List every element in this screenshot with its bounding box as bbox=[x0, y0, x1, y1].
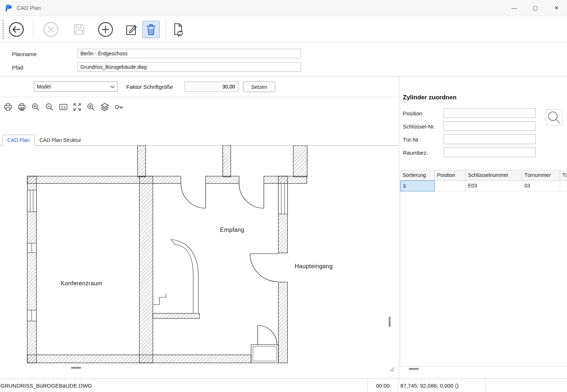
cancel-icon bbox=[43, 21, 59, 37]
cell-tuer-cut[interactable] bbox=[560, 181, 567, 191]
main-toolbar bbox=[0, 16, 567, 43]
window-controls: — ▢ ✕ bbox=[504, 0, 567, 16]
table-row[interactable]: 3 E03 03 bbox=[400, 181, 567, 191]
back-icon bbox=[8, 21, 24, 37]
cancel-button[interactable] bbox=[43, 21, 59, 38]
entrance-vestibule bbox=[251, 345, 278, 363]
statusbar-filename: GRUNDRISS_BüROGEBäUDE.DWG bbox=[0, 379, 368, 392]
faktor-schriftgroesse-label: Faktor Schriftgröße bbox=[126, 84, 173, 90]
panel-horizontal-scrollbar-thumb[interactable] bbox=[409, 368, 419, 370]
position-input[interactable] bbox=[444, 108, 536, 118]
stairs bbox=[153, 294, 166, 305]
zoom-window-icon bbox=[86, 102, 96, 112]
save-button[interactable] bbox=[71, 21, 87, 38]
print-button[interactable] bbox=[3, 102, 13, 112]
schluessel-nr-label: Schlüssel-Nr. bbox=[403, 123, 435, 130]
viewer-controls-row: Model Faktor Schriftgröße Setzen bbox=[0, 77, 399, 97]
statusbar-coordinates: 87,745; 92,086; 0,000 () bbox=[399, 379, 486, 392]
vertical-scrollbar-thumb[interactable] bbox=[389, 317, 390, 327]
one-to-one-label: 1:1 bbox=[61, 105, 66, 109]
horizontal-scrollbar-thumb[interactable] bbox=[71, 367, 81, 369]
faktor-schriftgroesse-input[interactable] bbox=[185, 82, 238, 92]
planname-input[interactable] bbox=[78, 49, 301, 58]
window-title: CAD Plan bbox=[17, 5, 41, 11]
cad-drawing-area[interactable]: Konferenzraum Empfang Haupteingang bbox=[0, 146, 386, 372]
pfad-label: Pfad bbox=[12, 64, 23, 71]
chevron-down-icon bbox=[108, 85, 117, 88]
statusbar-time: 00:00 bbox=[368, 379, 399, 392]
zoom-out-button[interactable] bbox=[44, 102, 54, 112]
statusbar-spacer bbox=[486, 379, 567, 392]
reception-counter bbox=[153, 239, 198, 313]
tuer-nr-input[interactable] bbox=[444, 134, 536, 144]
planname-label: Planname bbox=[12, 51, 37, 57]
tab-cad-plan[interactable]: CAD Plan bbox=[2, 135, 35, 146]
setzen-button[interactable]: Setzen bbox=[243, 82, 275, 92]
toolbar-gripper[interactable] bbox=[3, 20, 4, 39]
column-header-tuernummer[interactable]: Türnummer bbox=[522, 170, 560, 181]
doors bbox=[181, 183, 278, 345]
room-label-konferenzraum: Konferenzraum bbox=[61, 280, 103, 286]
app-logo-icon bbox=[4, 4, 13, 12]
layers-icon bbox=[100, 102, 110, 112]
layout-select[interactable]: Model bbox=[34, 82, 118, 92]
raumbez-input[interactable] bbox=[444, 147, 536, 157]
titlebar: CAD Plan — ▢ ✕ bbox=[0, 0, 567, 16]
column-header-schluesselnummer[interactable]: Schlüsselnummer bbox=[466, 170, 522, 181]
cell-position[interactable] bbox=[435, 181, 466, 191]
zoom-window-button[interactable] bbox=[86, 102, 96, 112]
pfad-input[interactable] bbox=[78, 62, 301, 72]
edit-button[interactable] bbox=[123, 21, 140, 38]
zoom-in-button[interactable] bbox=[31, 102, 40, 112]
one-to-one-button[interactable]: 1:1 bbox=[58, 102, 68, 112]
refresh-plan-button[interactable] bbox=[170, 21, 186, 38]
position-label: Position bbox=[403, 110, 422, 116]
toolbar-separator bbox=[165, 20, 166, 39]
close-button[interactable]: ✕ bbox=[546, 0, 567, 16]
zylinder-panel: Zylinder zuordnen Position Schlüssel-Nr.… bbox=[399, 77, 567, 379]
add-button[interactable] bbox=[97, 21, 114, 38]
viewer-tabs: CAD Plan CAD Plan Struktur bbox=[0, 134, 399, 146]
minimize-button[interactable]: — bbox=[504, 0, 525, 16]
schluessel-nr-input[interactable] bbox=[444, 121, 536, 131]
delete-button[interactable] bbox=[142, 21, 160, 38]
windows bbox=[27, 183, 288, 321]
table-header-row: Sortierung Position Schlüsselnummer Türn… bbox=[400, 170, 567, 181]
viewer-toolbar: 1:1 bbox=[0, 97, 399, 116]
print-preview-button[interactable] bbox=[17, 102, 27, 112]
toolbar-separator bbox=[33, 20, 33, 39]
search-icon bbox=[547, 110, 562, 125]
cell-sortierung[interactable]: 3 bbox=[400, 181, 435, 191]
zoom-in-icon bbox=[31, 102, 40, 112]
zoom-fit-icon bbox=[72, 102, 82, 112]
cell-tuernummer[interactable]: 03 bbox=[522, 181, 560, 191]
delete-icon bbox=[143, 21, 159, 37]
column-header-tuer-cut[interactable]: Tü bbox=[560, 170, 567, 181]
cad-plan-window: CAD Plan — ▢ ✕ bbox=[0, 0, 567, 392]
refresh-plan-icon bbox=[170, 21, 186, 37]
column-header-sortierung[interactable]: Sortierung bbox=[400, 170, 435, 181]
save-icon bbox=[71, 21, 87, 37]
floorplan-svg: Konferenzraum Empfang Haupteingang bbox=[0, 146, 386, 372]
cell-schluesselnummer[interactable]: E03 bbox=[466, 181, 522, 191]
walls bbox=[27, 146, 307, 363]
resize-grip[interactable] bbox=[389, 366, 395, 373]
key-icon bbox=[114, 102, 123, 112]
layers-button[interactable] bbox=[100, 102, 110, 112]
layout-select-value: Model bbox=[37, 84, 51, 90]
tab-cad-plan-struktur[interactable]: CAD Plan Struktur bbox=[35, 135, 86, 145]
one-to-one-icon: 1:1 bbox=[59, 102, 68, 112]
zoom-out-icon bbox=[45, 102, 54, 112]
back-button[interactable] bbox=[8, 21, 25, 38]
statusbar: GRUNDRISS_BüROGEBäUDE.DWG 00:00 87,745; … bbox=[0, 379, 567, 392]
room-label-haupteingang: Haupteingang bbox=[295, 263, 333, 269]
search-button[interactable] bbox=[546, 109, 562, 126]
panel-title: Zylinder zuordnen bbox=[403, 94, 456, 101]
zoom-fit-button[interactable] bbox=[72, 102, 82, 112]
maximize-button[interactable]: ▢ bbox=[525, 0, 546, 16]
print-preview-icon bbox=[17, 102, 27, 112]
edit-icon bbox=[124, 21, 140, 37]
key-button[interactable] bbox=[114, 102, 123, 112]
raumbez-label: Raumbez. bbox=[403, 150, 428, 156]
column-header-position[interactable]: Position bbox=[435, 170, 466, 181]
